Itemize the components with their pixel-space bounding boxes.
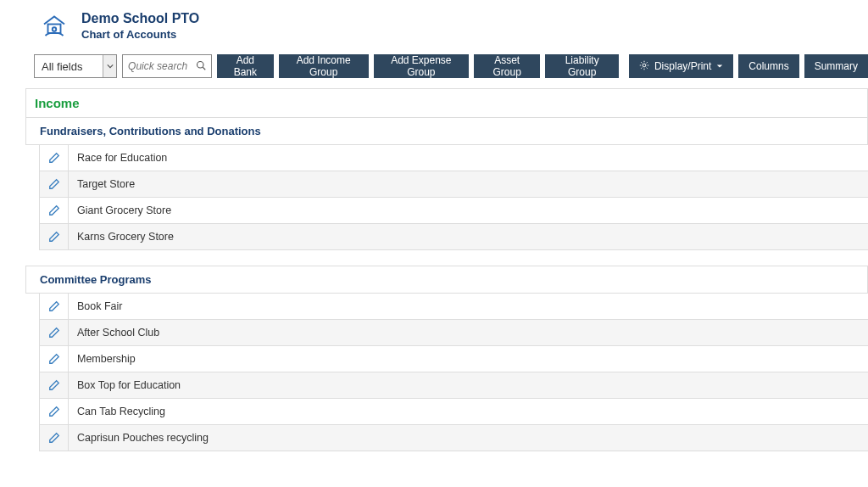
edit-button[interactable]	[40, 346, 69, 372]
income-section-header: Income	[25, 88, 868, 118]
svg-point-2	[198, 61, 204, 68]
title-block: Demo School PTO Chart of Accounts	[81, 11, 199, 41]
chevron-down-icon	[103, 55, 116, 77]
row-name: Giant Grocery Store	[69, 198, 868, 223]
summary-button[interactable]: Summary	[804, 54, 868, 78]
pencil-icon	[48, 379, 60, 391]
add-income-group-button[interactable]: Add Income Group	[279, 54, 369, 78]
svg-line-3	[203, 67, 205, 70]
group-rows: Book Fair After School Club Membership B…	[39, 294, 868, 451]
app-logo-icon	[39, 10, 70, 41]
table-row: Book Fair	[39, 294, 868, 320]
table-row: Membership	[39, 346, 868, 372]
table-row: Can Tab Recycling	[39, 399, 868, 425]
edit-button[interactable]	[40, 320, 69, 345]
edit-button[interactable]	[40, 171, 69, 197]
pencil-icon	[48, 178, 60, 190]
edit-button[interactable]	[40, 372, 69, 398]
edit-button[interactable]	[40, 224, 69, 249]
page-subtitle: Chart of Accounts	[81, 28, 199, 41]
table-row: Karns Grocery Store	[39, 224, 868, 250]
pencil-icon	[48, 300, 60, 312]
search-icon	[196, 60, 206, 73]
group-header: Committee Programs	[25, 266, 868, 294]
pencil-icon	[48, 152, 60, 164]
liability-group-button[interactable]: Liability Group	[545, 54, 619, 78]
edit-button[interactable]	[40, 399, 69, 424]
row-name: Race for Education	[69, 145, 868, 171]
svg-point-4	[643, 64, 646, 67]
search-input[interactable]	[128, 60, 196, 72]
pencil-icon	[48, 204, 60, 216]
table-row: Box Top for Education	[39, 372, 868, 399]
row-name: Membership	[69, 346, 868, 372]
pencil-icon	[48, 231, 60, 243]
svg-point-1	[53, 27, 57, 31]
page-header: Demo School PTO Chart of Accounts	[0, 0, 868, 51]
table-row: After School Club	[39, 320, 868, 346]
pencil-icon	[48, 432, 60, 444]
row-name: Box Top for Education	[69, 372, 868, 398]
row-name: Target Store	[69, 171, 868, 197]
group-header: Fundraisers, Contributions and Donations	[25, 118, 868, 145]
caret-down-icon	[716, 60, 723, 72]
search-box[interactable]	[122, 54, 212, 78]
add-bank-button[interactable]: Add Bank	[217, 54, 273, 78]
page-title: Demo School PTO	[81, 11, 199, 26]
edit-button[interactable]	[40, 198, 69, 223]
table-row: Race for Education	[39, 145, 868, 171]
row-name: Karns Grocery Store	[69, 224, 868, 249]
pencil-icon	[48, 406, 60, 417]
edit-button[interactable]	[40, 294, 69, 319]
row-name: Can Tab Recycling	[69, 399, 868, 424]
add-expense-group-button[interactable]: Add Expense Group	[374, 54, 469, 78]
table-row: Target Store	[39, 171, 868, 198]
pencil-icon	[48, 327, 60, 339]
pencil-icon	[48, 353, 60, 365]
field-select[interactable]: All fields	[34, 54, 117, 78]
field-select-value: All fields	[42, 60, 82, 73]
columns-button[interactable]: Columns	[738, 54, 798, 78]
content-area: Income Fundraisers, Contributions and Do…	[0, 88, 868, 451]
edit-button[interactable]	[40, 145, 69, 171]
row-name: Caprisun Pouches recycling	[69, 425, 868, 451]
gear-icon	[639, 60, 649, 73]
edit-button[interactable]	[40, 425, 69, 451]
row-name: Book Fair	[69, 294, 868, 319]
table-row: Caprisun Pouches recycling	[39, 425, 868, 451]
display-print-button[interactable]: Display/Print	[629, 54, 733, 78]
asset-group-button[interactable]: Asset Group	[474, 54, 540, 78]
table-row: Giant Grocery Store	[39, 198, 868, 224]
row-name: After School Club	[69, 320, 868, 345]
toolbar: All fields Add Bank Add Income Group Add…	[0, 51, 868, 88]
display-print-label: Display/Print	[654, 60, 711, 72]
group-rows: Race for Education Target Store Giant Gr…	[39, 145, 868, 250]
